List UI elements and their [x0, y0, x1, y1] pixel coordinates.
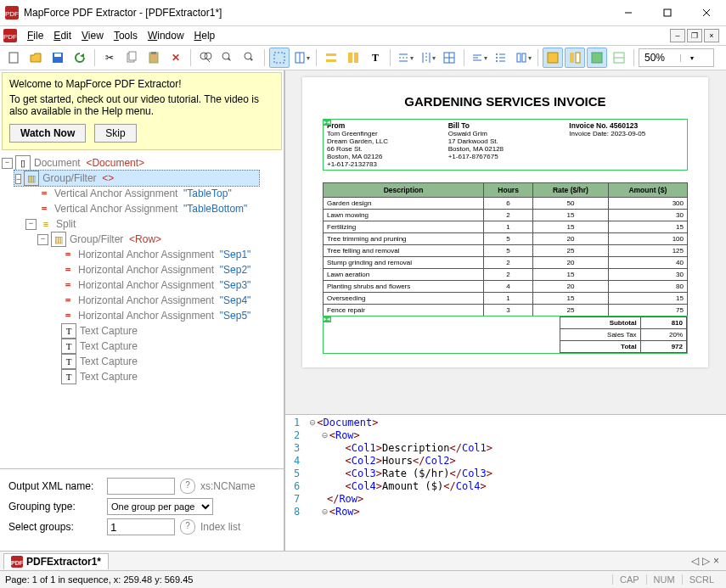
select-tool-icon[interactable]	[269, 48, 290, 68]
document-tab[interactable]: PDF PDFExtractor1*	[3, 553, 109, 569]
tab-prev-icon[interactable]: ◁	[691, 555, 699, 567]
help-icon[interactable]: ?	[180, 519, 195, 535]
menu-edit[interactable]: Edit	[48, 28, 76, 43]
menu-file[interactable]: File	[22, 28, 48, 43]
grid-icon[interactable]	[439, 48, 459, 68]
distribute-icon[interactable]: ▾	[513, 48, 533, 68]
anchor-tool-icon[interactable]: ▾	[291, 48, 312, 68]
delete-icon[interactable]: ✕	[166, 48, 186, 68]
find-icon[interactable]	[195, 48, 216, 68]
tab-next-icon[interactable]: ▷	[702, 555, 710, 567]
menu-help[interactable]: Help	[189, 28, 221, 43]
group-tool-icon[interactable]	[321, 48, 341, 68]
view1-icon[interactable]	[543, 48, 563, 68]
svg-rect-28	[326, 59, 336, 62]
app-window: PDF MapForce PDF Extractor - [PDFExtract…	[0, 0, 726, 588]
invoice-table: DescriptionHoursRate ($/hr)Amount ($) Ga…	[323, 182, 688, 316]
text-capture-icon: T	[61, 354, 76, 369]
prop-xmlname-label: Output XML name:	[8, 480, 102, 492]
tree-text-capture[interactable]: Text Capture	[80, 354, 138, 369]
prop-grouping-label: Grouping type:	[8, 501, 102, 512]
window-buttons	[609, 0, 726, 25]
align-icon[interactable]: ▾	[469, 48, 489, 68]
tree-haa[interactable]: Horizontal Anchor Assignment	[78, 247, 214, 262]
tree-text-capture[interactable]: Text Capture	[80, 339, 138, 354]
text-capture-icon[interactable]: T	[365, 48, 386, 68]
open-icon[interactable]	[25, 48, 46, 68]
table-row: Planting shrubs and flowers42080	[324, 281, 688, 293]
structure-tree[interactable]: −▯Document <Document> −▥Group/Filter <> …	[0, 152, 284, 468]
paste-icon[interactable]	[144, 48, 164, 68]
assignment-icon: =	[37, 202, 51, 216]
table-row: Lawn mowing21530	[324, 210, 688, 221]
assignment-icon: =	[61, 294, 75, 307]
tree-group2[interactable]: Group/Filter	[70, 232, 123, 247]
close-button[interactable]	[687, 0, 726, 25]
new-icon[interactable]	[3, 48, 24, 68]
tree-vaa-2[interactable]: Vertical Anchor Assignment	[54, 201, 177, 216]
reload-icon[interactable]	[70, 48, 90, 68]
table-row: Stump grinding and removal22040	[324, 257, 688, 269]
welcome-line1: Welcome to MapForce PDF Extractor!	[9, 78, 274, 90]
view3-icon[interactable]	[587, 48, 607, 68]
tree-selected-row[interactable]: −▥Group/Filter <>	[14, 170, 260, 187]
tab-close-icon[interactable]: ×	[713, 555, 719, 567]
menu-tools[interactable]: Tools	[109, 28, 143, 43]
tree-haa[interactable]: Horizontal Anchor Assignment	[78, 308, 214, 323]
status-cap: CAP	[612, 574, 646, 585]
assignment-icon: =	[37, 187, 51, 200]
code-source: ⊖<Document> ⊖<Row> <Col1>Description</Co…	[305, 415, 726, 551]
collapse-icon[interactable]: −	[37, 234, 48, 245]
tree-haa[interactable]: Horizontal Anchor Assignment	[78, 277, 214, 293]
view4-icon[interactable]	[609, 48, 629, 68]
save-icon[interactable]	[48, 48, 68, 68]
tree-haa[interactable]: Horizontal Anchor Assignment	[78, 293, 214, 308]
mdi-app-icon: PDF	[3, 29, 17, 42]
pdf-preview[interactable]: GARDENING SERVICES INVOICE ▸◂ FromTom Gr…	[285, 70, 726, 414]
hsplit-icon[interactable]: ▾	[395, 48, 415, 68]
collapse-icon[interactable]: −	[2, 158, 13, 169]
statusbar: Page: 1 of 1 in sequence, x: 259.48 y: 5…	[0, 570, 726, 588]
watch-now-button[interactable]: Watch Now	[9, 124, 86, 143]
prop-selectgroups-input[interactable]	[107, 518, 175, 535]
window-title: MapForce PDF Extractor - [PDFExtractor1*…	[24, 7, 609, 19]
menubar: PDF File Edit View Tools Window Help – ❐…	[0, 26, 726, 46]
find-prev-icon[interactable]	[217, 48, 238, 68]
menu-window[interactable]: Window	[143, 28, 189, 43]
copy-icon[interactable]	[121, 48, 142, 68]
split-tool-icon[interactable]	[343, 48, 363, 68]
collapse-icon[interactable]: −	[15, 174, 21, 184]
svg-rect-29	[348, 53, 352, 63]
list-icon[interactable]	[491, 48, 511, 68]
status-num: NUM	[646, 574, 682, 585]
svg-marker-9	[31, 53, 41, 62]
text-capture-icon: T	[61, 369, 76, 384]
text-capture-icon: T	[61, 339, 76, 354]
split-icon: ≡	[39, 217, 53, 231]
skip-button[interactable]: Skip	[94, 124, 136, 143]
zoom-combo[interactable]: 50%▾	[639, 48, 714, 67]
tree-vaa-1[interactable]: Vertical Anchor Assignment	[54, 186, 177, 201]
tree-haa[interactable]: Horizontal Anchor Assignment	[78, 262, 214, 277]
mdi-minimize[interactable]: –	[670, 29, 685, 42]
help-icon[interactable]: ?	[180, 479, 195, 494]
mdi-close[interactable]: ×	[704, 29, 719, 42]
menu-view[interactable]: View	[76, 28, 109, 43]
collapse-icon[interactable]: −	[25, 219, 37, 230]
vsplit-icon[interactable]: ▾	[417, 48, 437, 68]
minimize-button[interactable]	[609, 0, 648, 25]
mdi-restore[interactable]: ❐	[687, 29, 702, 42]
prop-xmlname-input[interactable]	[107, 478, 175, 495]
view2-icon[interactable]	[565, 48, 585, 68]
prop-grouping-select[interactable]: One group per page	[107, 498, 213, 515]
xml-output-panel[interactable]: 12345678 ⊖<Document> ⊖<Row> <Col1>Descri…	[285, 414, 726, 551]
tree-split[interactable]: Split	[56, 216, 76, 232]
cut-icon[interactable]: ✂	[99, 48, 120, 68]
tree-document[interactable]: Document	[34, 155, 81, 171]
find-next-icon[interactable]	[239, 48, 260, 68]
svg-rect-51	[548, 53, 558, 63]
tree-text-capture[interactable]: Text Capture	[80, 369, 138, 384]
maximize-button[interactable]	[648, 0, 687, 25]
assignment-icon: =	[61, 263, 75, 277]
tree-text-capture[interactable]: Text Capture	[80, 323, 138, 339]
